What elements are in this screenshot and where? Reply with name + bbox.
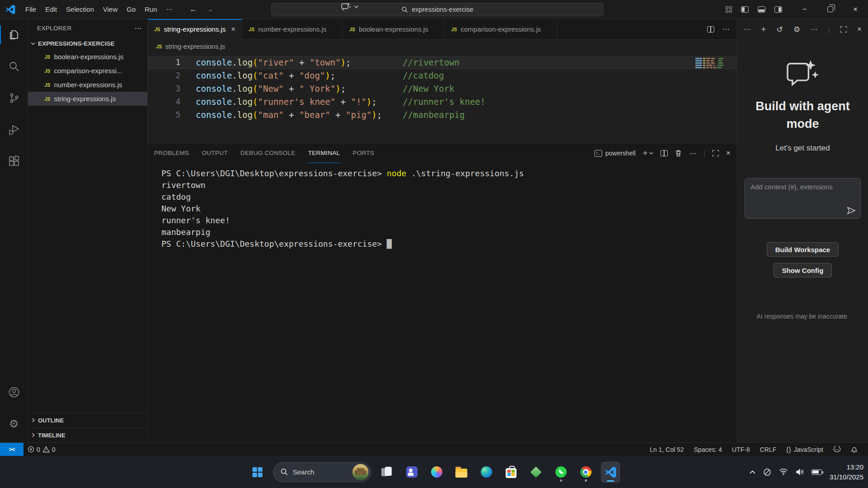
notifications-bell-item[interactable] [846, 446, 863, 453]
panel-tab[interactable]: OUTPUT [202, 143, 227, 163]
kill-terminal-icon[interactable] [675, 150, 682, 157]
chrome-button[interactable] [576, 462, 595, 483]
chat-settings-gear-icon[interactable]: ⚙ [793, 25, 800, 34]
eol-item[interactable]: CRLF [755, 446, 782, 453]
editor-tab[interactable]: JS boolean-expressions.js × [343, 19, 444, 39]
microsoft-store-button[interactable] [502, 462, 521, 483]
start-button[interactable] [248, 462, 267, 483]
code-line[interactable]: 2 console.log("cat" + "dog"); //catdog [148, 69, 737, 82]
chat-more-button[interactable]: ⋯ [811, 25, 817, 33]
toggle-secondary-sidebar-icon[interactable] [774, 6, 782, 13]
edge-button[interactable] [477, 462, 496, 483]
show-config-button[interactable]: Show Config [774, 263, 832, 277]
source-control-activity-icon[interactable] [0, 82, 28, 114]
menu-more-button[interactable]: ⋯ [163, 4, 177, 15]
menu-item[interactable]: File [21, 4, 41, 15]
panel-tab[interactable]: DEBUG CONSOLE [241, 143, 296, 163]
wifi-icon[interactable] [779, 469, 788, 475]
menu-item[interactable]: Go [122, 4, 140, 15]
customize-layout-icon[interactable] [726, 6, 732, 13]
restore-button[interactable] [817, 0, 843, 19]
menu-item[interactable]: Edit [41, 4, 61, 15]
editor-tab[interactable]: JS number-expressions.js × [242, 19, 343, 39]
chat-input[interactable] [750, 183, 855, 204]
language-item[interactable]: {} JavaScript [781, 446, 828, 453]
remote-indicator[interactable]: >< [0, 443, 24, 456]
split-terminal-icon[interactable] [660, 150, 668, 156]
minimize-button[interactable]: − [792, 0, 817, 19]
settings-gear-icon[interactable]: ⚙ [0, 408, 28, 440]
file-row[interactable]: JS number-expressions.js [28, 78, 147, 92]
green-gem-app-button[interactable] [527, 462, 546, 483]
taskbar-search[interactable]: Search [273, 462, 372, 482]
volume-icon[interactable] [796, 469, 804, 475]
panel-tab[interactable]: TERMINAL [308, 143, 340, 163]
menu-item[interactable]: View [99, 4, 122, 15]
panel-tab[interactable]: PORTS [353, 143, 374, 163]
encoding-item[interactable]: UTF-8 [727, 446, 755, 453]
command-center-search[interactable]: expressions-exercise [271, 3, 604, 16]
teams-button[interactable] [402, 462, 421, 483]
copilot-titlebar-button[interactable] [341, 2, 359, 11]
chat-views-more-button[interactable]: ⋯ [744, 25, 750, 33]
task-view-button[interactable] [377, 462, 396, 483]
terminal-output[interactable]: PS C:\Users\DGI\Desktop\expressions-exer… [148, 163, 737, 442]
problems-status-item[interactable]: 0 0 [24, 443, 60, 456]
minimap[interactable] [695, 58, 730, 68]
do-not-disturb-icon[interactable] [763, 468, 771, 476]
maximize-panel-icon[interactable] [712, 150, 719, 156]
vscode-taskbar-button[interactable] [601, 462, 620, 483]
chat-input-box[interactable] [745, 178, 861, 219]
code-line[interactable]: 5 console.log("man" + "bear" + "pig"); /… [148, 108, 737, 122]
close-chat-icon[interactable]: × [857, 25, 862, 34]
editor-tab[interactable]: JS comparison-expressions.js × [444, 19, 557, 39]
maximize-chat-icon[interactable] [840, 26, 847, 33]
code-line[interactable]: 3 console.log("New" + " York"); //New Yo… [148, 82, 737, 95]
new-terminal-button[interactable]: + [643, 149, 654, 158]
cursor-position-item[interactable]: Ln 1, Col 52 [645, 446, 689, 453]
code-line[interactable]: 1 console.log("river" + "town"); //river… [148, 56, 737, 69]
menu-item[interactable]: Run [140, 4, 162, 15]
account-icon[interactable] [0, 376, 28, 408]
outline-section-header[interactable]: OUTLINE [28, 413, 147, 427]
close-button[interactable]: × [843, 0, 868, 19]
build-workspace-button[interactable]: Build Workspace [767, 242, 839, 257]
new-chat-button[interactable]: + [761, 24, 766, 34]
file-row[interactable]: JS string-expressions.js [28, 92, 147, 106]
run-debug-activity-icon[interactable] [0, 114, 28, 145]
code-line[interactable]: 4 console.log("runner's knee" + "!"); //… [148, 95, 737, 108]
chat-history-button[interactable]: ↺ [777, 25, 783, 34]
terminal-shell-item[interactable]: >_ powershell [594, 150, 636, 157]
timeline-section-header[interactable]: TIMELINE [28, 427, 147, 442]
whatsapp-button[interactable] [552, 462, 571, 483]
code-editor[interactable]: 1 console.log("river" + "town"); //river… [148, 53, 737, 143]
file-row[interactable]: JS comparison-expressi... [28, 64, 147, 78]
explorer-more-button[interactable]: ⋯ [135, 24, 142, 33]
search-highlight-image[interactable] [353, 464, 369, 480]
toggle-panel-icon[interactable] [758, 6, 765, 13]
taskbar-clock[interactable]: 13:20 31/10/2025 [830, 462, 863, 482]
file-explorer-button[interactable] [452, 462, 471, 483]
search-activity-icon[interactable] [0, 51, 28, 82]
battery-icon[interactable] [811, 469, 822, 475]
send-icon[interactable] [847, 206, 856, 215]
copilot-status-item[interactable] [828, 446, 846, 453]
breadcrumb[interactable]: JS string-expressions.js [148, 40, 737, 53]
split-editor-icon[interactable] [707, 26, 714, 33]
panel-more-button[interactable]: ⋯ [689, 149, 696, 158]
editor-more-button[interactable]: ⋯ [722, 25, 730, 33]
copilot-app-button[interactable] [427, 462, 446, 483]
close-panel-icon[interactable]: × [726, 149, 731, 158]
tab-close-icon[interactable]: × [231, 25, 235, 33]
nav-back-icon[interactable]: ← [189, 5, 198, 14]
tray-chevron-up-icon[interactable] [750, 470, 755, 474]
explorer-activity-icon[interactable] [0, 19, 28, 51]
extensions-activity-icon[interactable] [0, 145, 28, 177]
nav-forward-icon[interactable]: → [206, 5, 214, 14]
indentation-item[interactable]: Spaces: 4 [689, 446, 727, 453]
panel-tab[interactable]: PROBLEMS [154, 143, 189, 163]
file-row[interactable]: JS boolean-expressions.js [28, 50, 147, 64]
workspace-folder-row[interactable]: EXPRESSIONS-EXERCISE [28, 37, 147, 50]
editor-tab[interactable]: JS string-expressions.js × [148, 19, 242, 40]
toggle-sidebar-icon[interactable] [741, 6, 749, 13]
